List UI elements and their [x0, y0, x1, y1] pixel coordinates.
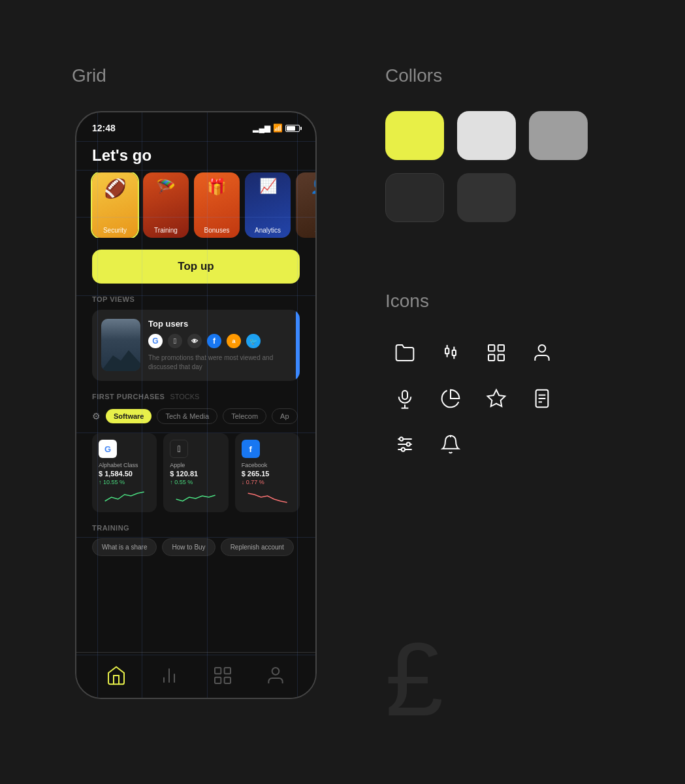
brand-amazon: a	[227, 334, 241, 348]
facebook-logo: f	[242, 440, 260, 458]
list-icon-item	[522, 379, 562, 418]
training-pill-2[interactable]: Replenish account	[221, 538, 294, 556]
top-up-button[interactable]: Top up	[92, 250, 300, 284]
training-label: TRAINING	[92, 524, 300, 532]
nav-item-chart[interactable]	[159, 665, 180, 686]
purchases-section: FIRST PURCHASES STOCKS ⚙ Software Tech &…	[76, 381, 315, 512]
person-icon	[532, 342, 552, 363]
facebook-change: ↓ 0.77 %	[242, 479, 293, 485]
filter-software[interactable]: Software	[106, 409, 151, 423]
brand-google: G	[148, 334, 163, 348]
apple-change: ↑ 0.55 %	[170, 479, 221, 485]
filter-icon[interactable]: ⚙	[92, 411, 101, 421]
filter-row: ⚙ Software Tech & Media Telecom Ap	[92, 408, 300, 424]
training-pill-1[interactable]: How to Buy	[162, 538, 215, 556]
top-views-title: Top users	[148, 319, 291, 329]
icon-grid	[385, 333, 562, 464]
list-icon	[532, 388, 552, 409]
swatch-light-gray	[457, 111, 516, 160]
grid-icon-item	[477, 333, 516, 372]
category-sc[interactable]: 👤 Sc	[296, 172, 315, 238]
category-security[interactable]: 🏈 Security	[92, 172, 138, 238]
nav-item-grid[interactable]	[212, 665, 233, 686]
pound-currency-icon: £	[385, 627, 443, 732]
svg-marker-22	[488, 390, 505, 406]
brand-twitter: 🐦	[246, 334, 261, 348]
swatch-dark-card	[385, 173, 444, 222]
facebook-name: Facebook	[242, 462, 293, 468]
phone-content: 12:48 ▂▄▆ 📶 Let's go 🏈 Security 🪂 Tr	[76, 112, 315, 698]
top-views-section: TOP VIEWS Top users G  👁 f a 🐦	[76, 295, 315, 381]
phone-frame: 12:48 ▂▄▆ 📶 Let's go 🏈 Security 🪂 Tr	[75, 111, 317, 699]
svg-rect-14	[488, 345, 494, 351]
top-views-image	[101, 319, 140, 371]
icons-section	[385, 333, 562, 464]
stock-facebook[interactable]: f Facebook $ 265.15 ↓ 0.77 %	[235, 433, 300, 512]
alphabet-name: Alphabet Class	[99, 462, 150, 468]
filter-tech-media[interactable]: Tech & Media	[157, 408, 217, 424]
svg-rect-3	[215, 668, 221, 674]
brand-apple: 	[168, 334, 182, 348]
status-icons: ▂▄▆ 📶	[253, 123, 300, 133]
top-up-label: Top up	[178, 260, 214, 273]
category-analytics[interactable]: 📈 Analytics	[245, 172, 291, 238]
colors-title: Collors	[385, 65, 442, 86]
svg-rect-16	[488, 355, 494, 361]
svg-point-7	[272, 668, 279, 675]
training-pills: What is a share How to Buy Replenish acc…	[92, 538, 300, 556]
status-time: 12:48	[92, 123, 116, 133]
svg-rect-12	[453, 350, 456, 355]
svg-rect-6	[224, 677, 230, 683]
top-up-section: Top up	[76, 238, 315, 295]
pie-chart-icon	[440, 388, 461, 409]
star-icon-item	[477, 379, 516, 418]
stock-apple[interactable]:  Apple $ 120.81 ↑ 0.55 %	[163, 433, 228, 512]
categories-row[interactable]: 🏈 Security 🪂 Training 🎁 Bonuses 📈 Analyt…	[76, 172, 315, 238]
facebook-chart	[242, 489, 293, 506]
color-row-2	[385, 173, 588, 222]
svg-point-32	[402, 448, 405, 451]
nav-person-icon	[265, 665, 286, 686]
nav-chart-icon	[159, 665, 180, 686]
swatch-dark	[457, 173, 516, 222]
training-pill-0[interactable]: What is a share	[92, 538, 157, 556]
bell-icon-item	[431, 425, 470, 464]
brand-facebook: f	[207, 334, 221, 348]
alphabet-change: ↑ 10.55 %	[99, 479, 150, 485]
wifi-icon: 📶	[273, 123, 283, 133]
stocks-label: STOCKS	[170, 393, 199, 400]
svg-rect-17	[498, 355, 504, 361]
mic-icon-item	[385, 379, 424, 418]
status-bar: 12:48 ▂▄▆ 📶	[76, 112, 315, 141]
apple-logo: 	[170, 440, 188, 458]
mic-icon	[394, 388, 415, 409]
apple-name: Apple	[170, 462, 221, 468]
nav-item-person[interactable]	[265, 665, 286, 686]
svg-rect-4	[224, 668, 230, 674]
alphabet-price: $ 1,584.50	[99, 470, 150, 478]
stock-alphabet[interactable]: G Alphabet Class $ 1,584.50 ↑ 10.55 %	[92, 433, 157, 512]
swatch-medium-gray	[529, 111, 588, 160]
phone-header: Let's go	[76, 141, 315, 172]
nav-home-icon	[106, 665, 127, 686]
person-icon-item	[522, 333, 562, 372]
category-bonuses[interactable]: 🎁 Bonuses	[194, 172, 240, 238]
alphabet-logo: G	[99, 440, 117, 458]
top-views-label: TOP VIEWS	[92, 295, 300, 303]
apple-price: $ 120.81	[170, 470, 221, 478]
top-views-info: Top users G  👁 f a 🐦 The promotions tha…	[148, 319, 291, 372]
sliders-icon-item	[385, 425, 424, 464]
svg-point-18	[539, 345, 546, 352]
brand-icons-row: G  👁 f a 🐦	[148, 334, 291, 348]
sliders-icon	[394, 434, 415, 455]
top-views-card[interactable]: Top users G  👁 f a 🐦 The promotions tha…	[92, 310, 300, 381]
category-training[interactable]: 🪂 Training	[143, 172, 189, 238]
filter-telecom[interactable]: Telecom	[223, 408, 266, 424]
icons-title: Icons	[385, 291, 429, 312]
top-views-desc: The promotions that were most viewed and…	[148, 353, 291, 372]
nav-item-home[interactable]	[106, 665, 127, 686]
side-accent-bar	[296, 310, 300, 381]
svg-rect-5	[215, 677, 221, 683]
grid-title: Grid	[72, 65, 106, 86]
filter-ap[interactable]: Ap	[272, 408, 297, 424]
